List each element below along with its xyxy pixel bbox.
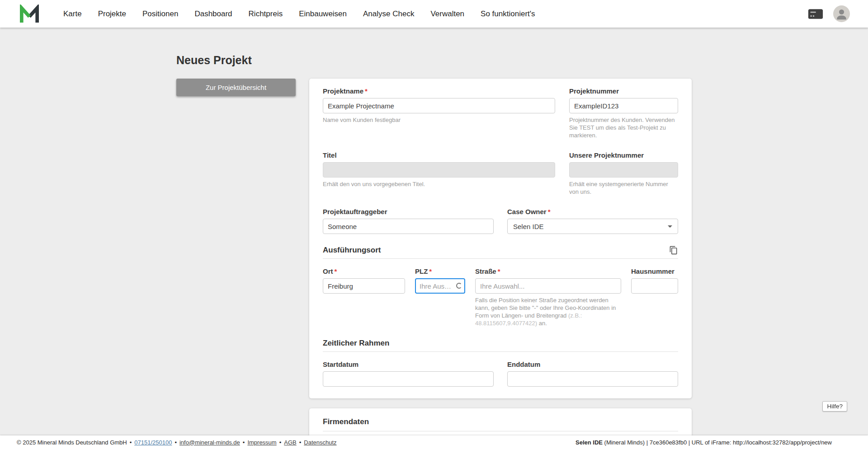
field-hausnummer: Hausnummer [631, 267, 678, 327]
titel-label: Titel [323, 151, 555, 159]
nav-item-einbauweisen[interactable]: Einbauweisen [299, 9, 347, 19]
hausnummer-input[interactable] [631, 278, 678, 294]
footer-datenschutz-link[interactable]: Datenschutz [304, 439, 336, 446]
field-titel: Titel Erhält den von uns vorgegebenen Ti… [323, 151, 555, 196]
nav-item-analyse-check[interactable]: Analyse Check [363, 9, 414, 19]
nav-right-actions [808, 5, 850, 22]
account-avatar-icon[interactable] [833, 5, 850, 22]
required-marker: * [365, 87, 368, 95]
projektname-input[interactable] [323, 98, 555, 113]
help-button[interactable]: Hilfe? [822, 401, 847, 412]
plz-label: PLZ* [415, 267, 465, 276]
footer-email-link[interactable]: info@mineral-minds.de [179, 439, 240, 446]
page-title: Neues Projekt [176, 54, 692, 67]
case-owner-select[interactable]: Selen IDE [507, 219, 678, 234]
main-nav-links: Karte Projekte Positionen Dashboard Rich… [63, 9, 535, 19]
projektauftraggeber-input[interactable] [323, 219, 494, 234]
spinner-icon [456, 283, 462, 289]
nav-item-dashboard[interactable]: Dashboard [194, 9, 232, 19]
unsere-projektnummer-label: Unsere Projektnummer [569, 151, 678, 159]
main-content: Neues Projekt Zur Projektübersicht Proje… [176, 28, 692, 449]
footer-agb-link[interactable]: AGB [284, 439, 296, 446]
field-case-owner: Case Owner* Selen IDE [507, 207, 678, 234]
copy-icon[interactable] [669, 246, 678, 255]
projektnummer-input[interactable] [569, 98, 678, 113]
nav-item-projekte[interactable]: Projekte [98, 9, 126, 19]
projektnummer-label: Projektnummer [569, 87, 678, 95]
field-projektnummer: Projektnummer Projektnummer des Kunden. … [569, 87, 678, 139]
section-title-firmendaten: Firmendaten [323, 417, 369, 426]
field-projektname: Projektname* Name vom Kunden festlegbar [323, 87, 555, 139]
required-marker: * [498, 267, 500, 275]
startdatum-input[interactable] [323, 371, 494, 387]
session-info: Selen IDE (Mineral Minds) | 7ce360e83fb0… [576, 439, 832, 446]
case-owner-label: Case Owner* [507, 207, 678, 216]
copyright-text: © 2025 Mineral Minds Deutschland GmbH [17, 439, 127, 446]
session-details: (Mineral Minds) | 7ce360e83fb0 | URL of … [603, 439, 832, 446]
strasse-label: Straße* [475, 267, 621, 276]
section-divider [323, 431, 678, 431]
footer-impressum-link[interactable]: Impressum [247, 439, 276, 446]
strasse-helper: Falls die Position keiner Straße zugeord… [475, 296, 621, 327]
separator: • [279, 439, 282, 446]
new-project-form-card: Projektname* Name vom Kunden festlegbar … [309, 79, 692, 398]
section-title-ausfuehrungsort: Ausführungsort [323, 246, 381, 255]
hausnummer-label: Hausnummer [631, 267, 678, 276]
separator: • [175, 439, 177, 446]
projektname-label: Projektname* [323, 87, 555, 95]
field-strasse: Straße* Falls die Position keiner Straße… [475, 267, 621, 327]
enddatum-input[interactable] [507, 371, 678, 387]
projektnummer-helper: Projektnummer des Kunden. Verwenden Sie … [569, 116, 678, 139]
top-nav: Karte Projekte Positionen Dashboard Rich… [0, 0, 868, 28]
titel-input [323, 162, 555, 178]
session-user: Selen IDE [576, 439, 603, 446]
separator: • [299, 439, 302, 446]
server-icon[interactable] [808, 9, 823, 19]
nav-item-karte[interactable]: Karte [63, 9, 82, 19]
field-startdatum: Startdatum [323, 360, 494, 387]
enddatum-label: Enddatum [507, 360, 678, 369]
startdatum-label: Startdatum [323, 360, 494, 369]
field-plz: PLZ* [415, 267, 465, 327]
separator: • [243, 439, 245, 446]
titel-helper: Erhält den von uns vorgegebenen Titel. [323, 180, 555, 188]
ort-input[interactable] [323, 278, 405, 294]
case-owner-value: Selen IDE [513, 223, 544, 230]
nav-item-positionen[interactable]: Positionen [142, 9, 178, 19]
nav-item-verwalten[interactable]: Verwalten [430, 9, 464, 19]
required-marker: * [548, 208, 551, 215]
app-logo[interactable] [19, 5, 40, 23]
separator: • [130, 439, 132, 446]
ort-label: Ort* [323, 267, 405, 276]
nav-item-richtpreis[interactable]: Richtpreis [249, 9, 283, 19]
strasse-input[interactable] [475, 278, 621, 294]
required-marker: * [429, 267, 432, 275]
chevron-down-icon [668, 225, 672, 228]
unsere-projektnummer-helper: Erhält eine systemgenerierte Nummer von … [569, 180, 678, 196]
unsere-projektnummer-input [569, 162, 678, 178]
field-projektauftraggeber: Projektauftraggeber [323, 207, 494, 234]
nav-item-so-funktionierts[interactable]: So funktioniert's [481, 9, 535, 19]
required-marker: * [335, 267, 337, 275]
field-unsere-projektnummer: Unsere Projektnummer Erhält eine systemg… [569, 151, 678, 196]
field-ort: Ort* [323, 267, 405, 327]
field-enddatum: Enddatum [507, 360, 678, 387]
section-divider [323, 351, 678, 352]
section-divider [323, 258, 678, 259]
footer-phone-link[interactable]: 07151/250100 [134, 439, 172, 446]
section-title-zeitlicher-rahmen: Zeitlicher Rahmen [323, 339, 389, 348]
back-to-projects-button[interactable]: Zur Projektübersicht [176, 79, 296, 96]
footer-links: © 2025 Mineral Minds Deutschland GmbH • … [17, 439, 337, 446]
projektauftraggeber-label: Projektauftraggeber [323, 207, 494, 216]
footer: © 2025 Mineral Minds Deutschland GmbH • … [0, 435, 868, 449]
projektname-helper: Name vom Kunden festlegbar [323, 116, 555, 124]
